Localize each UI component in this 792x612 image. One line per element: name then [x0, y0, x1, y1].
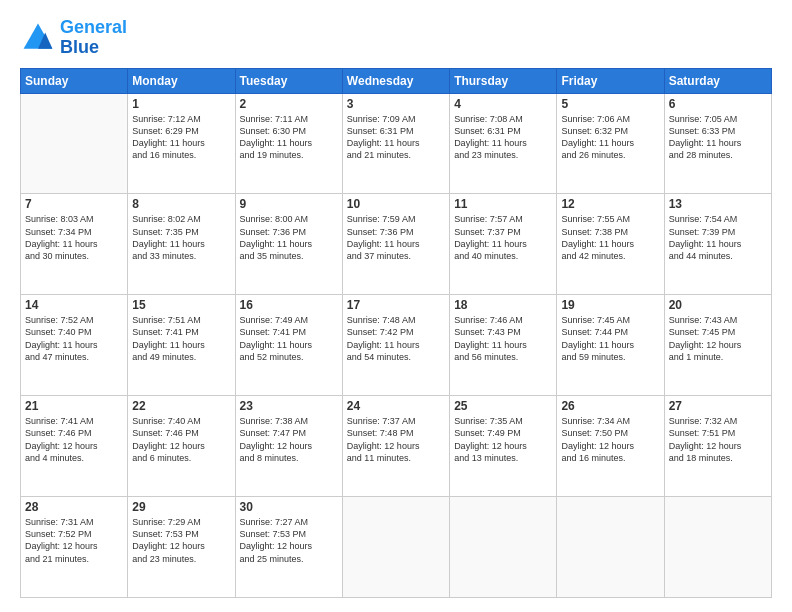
day-number: 20	[669, 298, 767, 312]
day-number: 2	[240, 97, 338, 111]
day-number: 4	[454, 97, 552, 111]
day-number: 5	[561, 97, 659, 111]
day-number: 7	[25, 197, 123, 211]
calendar-cell	[450, 497, 557, 598]
calendar-cell	[21, 93, 128, 194]
day-info: Sunrise: 7:12 AM Sunset: 6:29 PM Dayligh…	[132, 113, 230, 162]
day-info: Sunrise: 7:48 AM Sunset: 7:42 PM Dayligh…	[347, 314, 445, 363]
calendar-cell: 2Sunrise: 7:11 AM Sunset: 6:30 PM Daylig…	[235, 93, 342, 194]
calendar-cell: 22Sunrise: 7:40 AM Sunset: 7:46 PM Dayli…	[128, 396, 235, 497]
day-number: 21	[25, 399, 123, 413]
day-info: Sunrise: 7:55 AM Sunset: 7:38 PM Dayligh…	[561, 213, 659, 262]
calendar-cell	[557, 497, 664, 598]
day-number: 9	[240, 197, 338, 211]
page: General Blue SundayMondayTuesdayWednesda…	[0, 0, 792, 612]
calendar-cell: 4Sunrise: 7:08 AM Sunset: 6:31 PM Daylig…	[450, 93, 557, 194]
day-number: 6	[669, 97, 767, 111]
calendar-cell: 27Sunrise: 7:32 AM Sunset: 7:51 PM Dayli…	[664, 396, 771, 497]
day-info: Sunrise: 7:08 AM Sunset: 6:31 PM Dayligh…	[454, 113, 552, 162]
day-info: Sunrise: 7:46 AM Sunset: 7:43 PM Dayligh…	[454, 314, 552, 363]
calendar-table: SundayMondayTuesdayWednesdayThursdayFrid…	[20, 68, 772, 598]
day-info: Sunrise: 7:43 AM Sunset: 7:45 PM Dayligh…	[669, 314, 767, 363]
calendar-header-monday: Monday	[128, 68, 235, 93]
day-info: Sunrise: 7:57 AM Sunset: 7:37 PM Dayligh…	[454, 213, 552, 262]
day-info: Sunrise: 7:09 AM Sunset: 6:31 PM Dayligh…	[347, 113, 445, 162]
day-number: 13	[669, 197, 767, 211]
day-number: 23	[240, 399, 338, 413]
calendar-week-row: 28Sunrise: 7:31 AM Sunset: 7:52 PM Dayli…	[21, 497, 772, 598]
day-number: 17	[347, 298, 445, 312]
logo-text: General Blue	[60, 18, 127, 58]
header: General Blue	[20, 18, 772, 58]
day-info: Sunrise: 7:45 AM Sunset: 7:44 PM Dayligh…	[561, 314, 659, 363]
day-number: 16	[240, 298, 338, 312]
calendar-cell: 17Sunrise: 7:48 AM Sunset: 7:42 PM Dayli…	[342, 295, 449, 396]
calendar-cell: 5Sunrise: 7:06 AM Sunset: 6:32 PM Daylig…	[557, 93, 664, 194]
calendar-week-row: 7Sunrise: 8:03 AM Sunset: 7:34 PM Daylig…	[21, 194, 772, 295]
day-info: Sunrise: 7:38 AM Sunset: 7:47 PM Dayligh…	[240, 415, 338, 464]
calendar-cell: 14Sunrise: 7:52 AM Sunset: 7:40 PM Dayli…	[21, 295, 128, 396]
day-info: Sunrise: 7:32 AM Sunset: 7:51 PM Dayligh…	[669, 415, 767, 464]
calendar-week-row: 1Sunrise: 7:12 AM Sunset: 6:29 PM Daylig…	[21, 93, 772, 194]
day-number: 15	[132, 298, 230, 312]
day-info: Sunrise: 7:34 AM Sunset: 7:50 PM Dayligh…	[561, 415, 659, 464]
calendar-cell: 3Sunrise: 7:09 AM Sunset: 6:31 PM Daylig…	[342, 93, 449, 194]
calendar-cell: 6Sunrise: 7:05 AM Sunset: 6:33 PM Daylig…	[664, 93, 771, 194]
day-info: Sunrise: 7:51 AM Sunset: 7:41 PM Dayligh…	[132, 314, 230, 363]
calendar-cell: 12Sunrise: 7:55 AM Sunset: 7:38 PM Dayli…	[557, 194, 664, 295]
day-info: Sunrise: 7:40 AM Sunset: 7:46 PM Dayligh…	[132, 415, 230, 464]
calendar-cell	[342, 497, 449, 598]
day-info: Sunrise: 8:00 AM Sunset: 7:36 PM Dayligh…	[240, 213, 338, 262]
calendar-cell: 20Sunrise: 7:43 AM Sunset: 7:45 PM Dayli…	[664, 295, 771, 396]
calendar-header-saturday: Saturday	[664, 68, 771, 93]
calendar-cell: 10Sunrise: 7:59 AM Sunset: 7:36 PM Dayli…	[342, 194, 449, 295]
calendar-cell: 29Sunrise: 7:29 AM Sunset: 7:53 PM Dayli…	[128, 497, 235, 598]
day-info: Sunrise: 7:37 AM Sunset: 7:48 PM Dayligh…	[347, 415, 445, 464]
day-info: Sunrise: 8:03 AM Sunset: 7:34 PM Dayligh…	[25, 213, 123, 262]
calendar-header-row: SundayMondayTuesdayWednesdayThursdayFrid…	[21, 68, 772, 93]
day-number: 30	[240, 500, 338, 514]
day-number: 22	[132, 399, 230, 413]
day-number: 12	[561, 197, 659, 211]
day-info: Sunrise: 7:11 AM Sunset: 6:30 PM Dayligh…	[240, 113, 338, 162]
day-number: 25	[454, 399, 552, 413]
day-number: 29	[132, 500, 230, 514]
day-info: Sunrise: 7:06 AM Sunset: 6:32 PM Dayligh…	[561, 113, 659, 162]
day-info: Sunrise: 7:35 AM Sunset: 7:49 PM Dayligh…	[454, 415, 552, 464]
day-info: Sunrise: 7:59 AM Sunset: 7:36 PM Dayligh…	[347, 213, 445, 262]
calendar-cell: 7Sunrise: 8:03 AM Sunset: 7:34 PM Daylig…	[21, 194, 128, 295]
calendar-cell: 9Sunrise: 8:00 AM Sunset: 7:36 PM Daylig…	[235, 194, 342, 295]
logo-icon	[20, 20, 56, 56]
calendar-cell: 1Sunrise: 7:12 AM Sunset: 6:29 PM Daylig…	[128, 93, 235, 194]
day-number: 18	[454, 298, 552, 312]
day-info: Sunrise: 8:02 AM Sunset: 7:35 PM Dayligh…	[132, 213, 230, 262]
calendar-header-tuesday: Tuesday	[235, 68, 342, 93]
day-number: 8	[132, 197, 230, 211]
calendar-cell: 25Sunrise: 7:35 AM Sunset: 7:49 PM Dayli…	[450, 396, 557, 497]
calendar-cell: 26Sunrise: 7:34 AM Sunset: 7:50 PM Dayli…	[557, 396, 664, 497]
day-number: 1	[132, 97, 230, 111]
calendar-cell: 21Sunrise: 7:41 AM Sunset: 7:46 PM Dayli…	[21, 396, 128, 497]
day-number: 10	[347, 197, 445, 211]
calendar-cell: 19Sunrise: 7:45 AM Sunset: 7:44 PM Dayli…	[557, 295, 664, 396]
calendar-header-wednesday: Wednesday	[342, 68, 449, 93]
day-number: 19	[561, 298, 659, 312]
calendar-cell: 28Sunrise: 7:31 AM Sunset: 7:52 PM Dayli…	[21, 497, 128, 598]
day-info: Sunrise: 7:52 AM Sunset: 7:40 PM Dayligh…	[25, 314, 123, 363]
calendar-cell: 15Sunrise: 7:51 AM Sunset: 7:41 PM Dayli…	[128, 295, 235, 396]
day-info: Sunrise: 7:29 AM Sunset: 7:53 PM Dayligh…	[132, 516, 230, 565]
calendar-cell: 8Sunrise: 8:02 AM Sunset: 7:35 PM Daylig…	[128, 194, 235, 295]
day-number: 28	[25, 500, 123, 514]
day-number: 11	[454, 197, 552, 211]
calendar-cell: 23Sunrise: 7:38 AM Sunset: 7:47 PM Dayli…	[235, 396, 342, 497]
calendar-cell: 16Sunrise: 7:49 AM Sunset: 7:41 PM Dayli…	[235, 295, 342, 396]
calendar-cell: 11Sunrise: 7:57 AM Sunset: 7:37 PM Dayli…	[450, 194, 557, 295]
calendar-week-row: 21Sunrise: 7:41 AM Sunset: 7:46 PM Dayli…	[21, 396, 772, 497]
calendar-header-thursday: Thursday	[450, 68, 557, 93]
day-info: Sunrise: 7:49 AM Sunset: 7:41 PM Dayligh…	[240, 314, 338, 363]
logo: General Blue	[20, 18, 127, 58]
calendar-cell	[664, 497, 771, 598]
day-info: Sunrise: 7:05 AM Sunset: 6:33 PM Dayligh…	[669, 113, 767, 162]
calendar-cell: 24Sunrise: 7:37 AM Sunset: 7:48 PM Dayli…	[342, 396, 449, 497]
day-number: 3	[347, 97, 445, 111]
